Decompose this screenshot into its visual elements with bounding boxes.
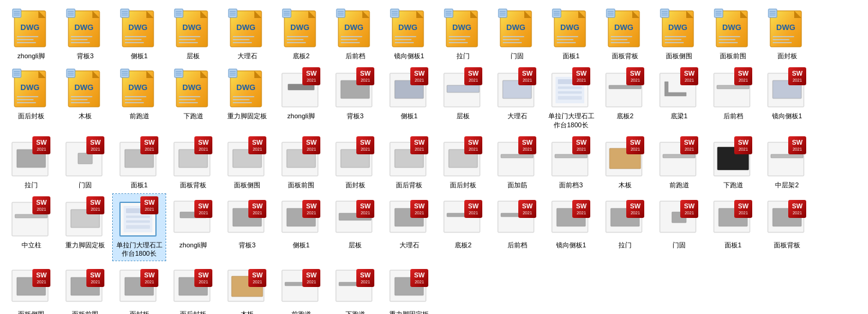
list-item[interactable]: SW 2021 面封板 xyxy=(113,263,166,314)
list-item[interactable]: DWG 层板 xyxy=(167,5,220,62)
list-item[interactable]: SW 2021 木板 xyxy=(599,134,651,192)
list-item[interactable]: DWG 底板2 xyxy=(275,5,328,62)
file-icon: SW 2021 xyxy=(603,67,647,110)
list-item[interactable]: SW 2021 面封板 xyxy=(329,134,382,192)
list-item[interactable]: SW 2021 中立柱 xyxy=(5,194,58,252)
list-item[interactable]: DWG 背板3 xyxy=(59,5,112,62)
list-item[interactable]: DWG 镜向侧板1 xyxy=(383,5,435,62)
file-icon: SW 2021 xyxy=(657,196,701,240)
svg-text:SW: SW xyxy=(90,139,101,146)
list-item[interactable]: SW 2021 面板侧围 xyxy=(221,134,274,192)
list-item[interactable]: DWG 前跑道 xyxy=(113,65,166,122)
file-label: 面板1 xyxy=(725,241,741,249)
svg-rect-188 xyxy=(179,99,196,100)
list-item[interactable]: SW 2021 中层架2 xyxy=(761,134,813,192)
list-item[interactable]: DWG zhongli脚 xyxy=(5,5,58,62)
svg-text:2021: 2021 xyxy=(253,211,262,215)
list-item[interactable]: DWG 门固 xyxy=(491,5,543,62)
list-item[interactable]: DWG 面板侧围 xyxy=(653,5,705,62)
list-item[interactable]: DWG 拉门 xyxy=(437,5,489,62)
list-item[interactable]: SW 2021 门固 xyxy=(59,134,112,192)
list-item[interactable]: DWG 面后封板 xyxy=(5,65,58,122)
list-item[interactable]: SW 2021 面板背板 xyxy=(761,194,813,252)
file-label: 侧板1 xyxy=(131,52,148,60)
list-item[interactable]: SW 2021 面后背板 xyxy=(383,134,435,192)
file-label: 面后封板 xyxy=(450,181,476,189)
list-item[interactable]: SW 2021 底梁1 xyxy=(653,65,705,122)
list-item[interactable]: DWG 面板前围 xyxy=(707,5,759,62)
svg-rect-38 xyxy=(179,39,196,40)
list-item[interactable]: SW 2021 下跑道 xyxy=(329,263,382,314)
svg-text:SW: SW xyxy=(90,199,101,206)
list-item[interactable]: SW 2021 大理石 xyxy=(383,194,435,252)
list-item[interactable]: SW 2021 面后封板 xyxy=(437,134,489,192)
list-item[interactable]: SW 2021 门固 xyxy=(653,194,705,252)
list-item[interactable]: SW 2021 重力脚固定板 xyxy=(383,263,435,314)
list-item[interactable]: SW 2021 面板1 xyxy=(707,194,759,252)
list-item[interactable]: SW 2021 镜向侧板1 xyxy=(761,65,813,122)
list-item[interactable]: SW 2021 zhongli脚 xyxy=(167,194,220,252)
svg-text:2021: 2021 xyxy=(199,280,208,284)
svg-text:SW: SW xyxy=(360,139,371,146)
list-item[interactable]: SW 2021 背板3 xyxy=(221,194,274,252)
file-icon: SW 2021 xyxy=(657,67,701,110)
list-item[interactable]: SW 2021 底板2 xyxy=(437,194,489,252)
list-item[interactable]: DWG 下跑道 xyxy=(167,65,220,122)
svg-rect-179 xyxy=(125,102,144,103)
list-item[interactable]: SW 2021 大理石 xyxy=(491,65,543,122)
list-item[interactable]: SW 2021 层板 xyxy=(437,65,489,122)
list-item[interactable]: SW 2021 面加筋 xyxy=(491,134,543,192)
svg-rect-230 xyxy=(558,96,582,100)
list-item[interactable]: SW 2021 后前档 xyxy=(707,65,759,122)
list-item[interactable]: SW 2021 侧板1 xyxy=(383,65,435,122)
list-item[interactable]: SW 2021 后前档 xyxy=(491,194,543,252)
file-icon: SW 2021 xyxy=(603,136,647,180)
list-item[interactable]: SW 2021 下跑道 xyxy=(707,134,759,192)
list-item[interactable]: DWG 面板1 xyxy=(545,5,597,62)
list-item[interactable]: SW 2021 面板前围 xyxy=(275,134,328,192)
list-item[interactable]: SW 2021 面板前围 xyxy=(59,263,112,314)
list-item[interactable]: SW 2021 侧板1 xyxy=(275,194,328,252)
list-item[interactable]: DWG 大理石 xyxy=(221,5,274,62)
list-item[interactable]: DWG 后前档 xyxy=(329,5,382,62)
list-item[interactable]: SW 2021 拉门 xyxy=(5,134,58,192)
svg-text:SW: SW xyxy=(738,202,749,210)
list-item[interactable]: SW 2021 面板1 xyxy=(113,134,166,192)
file-icon: SW 2021 xyxy=(10,136,53,180)
list-item[interactable]: SW 2021 底板2 xyxy=(599,65,651,122)
list-item[interactable]: SW 2021 单拉门大理石工作台1800长 xyxy=(113,194,166,261)
list-item[interactable]: SW 2021 重力脚固定板 xyxy=(59,194,112,252)
file-label: 大理石 xyxy=(238,52,257,60)
svg-rect-29 xyxy=(125,42,144,43)
list-item[interactable]: DWG 面封板 xyxy=(761,5,813,62)
list-item[interactable]: DWG 重力脚固定板 xyxy=(221,65,274,122)
list-item[interactable]: SW 2021 前跑道 xyxy=(275,263,328,314)
list-item[interactable]: SW 2021 面板背板 xyxy=(167,134,220,192)
list-item[interactable]: DWG 面板背板 xyxy=(599,5,651,62)
list-item[interactable]: DWG 木板 xyxy=(59,65,112,122)
list-item[interactable]: SW 2021 zhongli脚 xyxy=(275,65,328,122)
svg-rect-109 xyxy=(557,42,576,43)
file-icon: SW 2021 xyxy=(118,136,161,180)
list-item[interactable]: SW 2021 背板3 xyxy=(329,65,382,122)
file-label: 面封板 xyxy=(130,310,149,314)
svg-text:SW: SW xyxy=(198,202,209,210)
file-icon: DWG xyxy=(172,7,215,50)
list-item[interactable]: SW 2021 前跑道 xyxy=(653,134,705,192)
file-label: 底板2 xyxy=(455,241,471,249)
list-item[interactable]: SW 2021 面板侧围 xyxy=(5,263,58,314)
list-item[interactable]: SW 2021 木板 xyxy=(221,263,274,314)
list-item[interactable]: SW 2021 拉门 xyxy=(599,194,651,252)
file-label: 背板3 xyxy=(347,112,364,120)
file-label: 重力脚固定板 xyxy=(227,112,267,120)
list-item[interactable]: SW 2021 单拉门大理石工作台1800长 xyxy=(545,65,597,131)
list-item[interactable]: SW 2021 面前档3 xyxy=(545,134,597,192)
svg-rect-49 xyxy=(233,42,252,43)
svg-rect-169 xyxy=(71,102,90,103)
file-icon: SW 2021 xyxy=(118,265,161,309)
list-item[interactable]: SW 2021 镜向侧板1 xyxy=(545,194,597,252)
file-label: 重力脚固定板 xyxy=(389,310,429,314)
list-item[interactable]: SW 2021 层板 xyxy=(329,194,382,252)
list-item[interactable]: SW 2021 面后封板 xyxy=(167,263,220,314)
list-item[interactable]: DWG 侧板1 xyxy=(113,5,166,62)
